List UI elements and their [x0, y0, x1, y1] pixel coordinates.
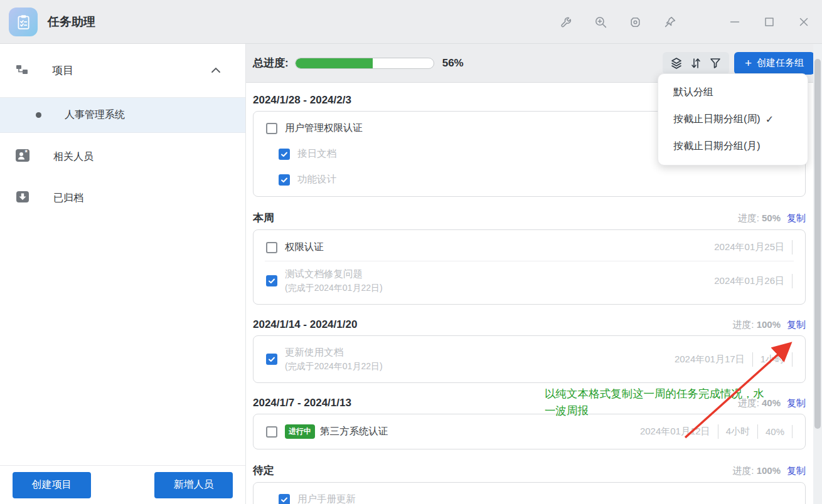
sidebar-item-projects[interactable]: 项目: [0, 44, 245, 98]
task-row: 进行中 第三方系统认证 2024年01月12日 4小时 40%: [265, 418, 794, 445]
sidebar-item-archived[interactable]: 已归档: [0, 181, 245, 216]
task-checkbox[interactable]: [266, 426, 277, 438]
status-badge: 进行中: [285, 424, 315, 439]
person-badge-icon: *: [15, 148, 30, 165]
task-row: 更新使用文档 (完成于2024年01月22日) 2024年01月17日 1小时: [265, 340, 794, 379]
zoom-in-icon[interactable]: [594, 15, 607, 29]
maximize-icon[interactable]: [762, 15, 776, 29]
duration: 1小时: [761, 352, 793, 367]
plus-icon: +: [745, 57, 752, 69]
progress-percent: 56%: [442, 57, 464, 70]
due-date: 2024年01月26日: [714, 274, 793, 288]
app-title: 任务助理: [48, 14, 95, 30]
add-member-button[interactable]: 新增人员: [154, 472, 233, 498]
task-checkbox[interactable]: [266, 123, 277, 134]
dropdown-item-default-group[interactable]: 默认分组: [658, 79, 808, 106]
titlebar: 任务助理: [0, 0, 822, 44]
copy-group-link[interactable]: 复制: [787, 319, 806, 331]
group-by-dropdown: 默认分组 按截止日期分组(周) ✓ 按截止日期分组(月): [658, 73, 808, 165]
svg-text:*: *: [25, 149, 28, 156]
due-date: 2024年01月17日: [675, 352, 753, 367]
settings-icon[interactable]: [628, 15, 642, 29]
layers-icon[interactable]: [670, 56, 683, 70]
sidebar-item-label: 相关人员: [53, 150, 93, 164]
task-checkbox[interactable]: [266, 275, 277, 286]
copy-group-link[interactable]: 复制: [787, 213, 806, 224]
task-checkbox[interactable]: [266, 242, 277, 253]
task-card: 权限认证 2024年01月25日 测试文档修复问题 (完成于2024年01月22…: [253, 229, 806, 305]
task-label: 权限认证: [285, 241, 324, 254]
create-task-group-button[interactable]: + 创建任务组: [734, 52, 814, 75]
dropdown-item-group-by-month[interactable]: 按截止日期分组(月): [658, 133, 808, 160]
group-title: 2024/1/28 - 2024/2/3: [253, 94, 351, 107]
task-label: 功能设计: [297, 173, 336, 186]
filter-icon[interactable]: [708, 56, 722, 70]
group-title: 2024/1/14 - 2024/1/20: [253, 318, 357, 331]
annotation-text: 以纯文本格式复制这一周的任务完成情况，水 一波周报: [545, 386, 804, 419]
sidebar: 项目 人事管理系统 * 相关人员 已归档 创建项目 新增人员: [0, 44, 246, 504]
task-checkbox[interactable]: [279, 494, 290, 504]
group-progress: 进度: 50%: [738, 213, 781, 224]
group-title: 2024/1/7 - 2024/1/13: [253, 397, 351, 409]
task-label: 更新使用文档: [285, 346, 383, 359]
task-card: 用户手册更新: [253, 482, 806, 504]
chevron-up-icon[interactable]: [210, 65, 222, 76]
task-row: 测试文档修复问题 (完成于2024年01月22日) 2024年01月26日: [265, 261, 794, 300]
task-row: 功能设计: [277, 167, 794, 192]
create-project-button[interactable]: 创建项目: [13, 472, 91, 498]
sidebar-item-members[interactable]: * 相关人员: [0, 139, 245, 174]
progress-fill: [296, 58, 373, 68]
duration: 4小时: [726, 424, 758, 439]
bullet-icon: [36, 112, 41, 118]
overall-progress-label: 总进度:: [253, 56, 289, 70]
dropdown-item-group-by-week[interactable]: 按截止日期分组(周) ✓: [658, 106, 808, 133]
progress-track: [295, 58, 434, 69]
task-group: 2024/1/14 - 2024/1/20 进度: 100% 复制 更新使用文档…: [253, 318, 806, 383]
task-card: 更新使用文档 (完成于2024年01月22日) 2024年01月17日 1小时: [253, 335, 806, 383]
group-toolbar: [663, 52, 729, 75]
group-title: 本周: [253, 211, 274, 225]
sidebar-item-label: 已归档: [53, 192, 83, 205]
group-title: 待定: [253, 463, 274, 478]
wrench-icon[interactable]: [559, 15, 573, 29]
task-row: 用户手册更新: [277, 486, 794, 504]
scrollbar-track[interactable]: [813, 44, 822, 504]
main-panel: 总进度: 56% + 创建任务组 2024/1/28 - 2024/2/3: [246, 44, 822, 504]
sidebar-item-label: 项目: [52, 63, 73, 78]
task-group: 待定 进度: 100% 复制 用户手册更新: [253, 463, 806, 504]
task-label: 测试文档修复问题: [285, 268, 383, 281]
task-row: 权限认证 2024年01月25日: [265, 234, 794, 261]
project-tree-icon: [15, 63, 29, 79]
task-checkbox[interactable]: [279, 149, 290, 160]
task-label: 用户管理权限认证: [285, 122, 363, 135]
selected-project-label: 人事管理系统: [65, 108, 125, 122]
minimize-icon[interactable]: [728, 15, 742, 29]
scrollbar-thumb[interactable]: [814, 59, 821, 429]
sidebar-footer: 创建项目 新增人员: [0, 465, 245, 504]
group-progress: 进度: 100%: [732, 465, 781, 477]
task-checkbox[interactable]: [279, 174, 290, 186]
task-group: 本周 进度: 50% 复制 权限认证 2024年01月25日 测试文档修复问题 …: [253, 211, 806, 305]
task-completed-note: (完成于2024年01月22日): [285, 361, 383, 372]
task-label: 第三方系统认证: [320, 425, 388, 438]
task-label: 接日文档: [297, 147, 336, 160]
sidebar-item-project-selected[interactable]: 人事管理系统: [0, 98, 245, 133]
checkmark-icon: ✓: [766, 113, 774, 125]
due-date: 2024年01月12日: [640, 424, 718, 439]
copy-group-link[interactable]: 复制: [787, 465, 806, 477]
pin-icon[interactable]: [663, 15, 676, 29]
archive-icon: [15, 189, 30, 207]
due-date: 2024年01月25日: [714, 240, 793, 255]
sort-icon[interactable]: [689, 56, 703, 70]
task-checkbox[interactable]: [266, 354, 277, 365]
task-completed-note: (完成于2024年01月22日): [285, 283, 383, 294]
task-progress: 40%: [766, 425, 793, 438]
task-label: 用户手册更新: [297, 493, 356, 504]
app-logo-clipboard-icon: [9, 8, 38, 36]
group-progress: 进度: 100%: [732, 319, 781, 331]
close-icon[interactable]: [797, 15, 811, 29]
